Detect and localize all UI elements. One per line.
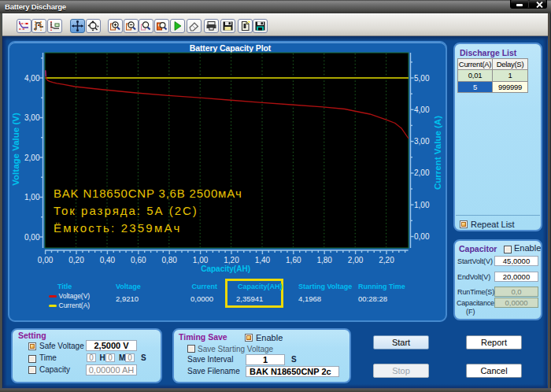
svg-text:0,00: 0,00	[38, 256, 54, 264]
svg-text:0,00: 0,00	[414, 232, 430, 241]
svg-text:3,00: 3,00	[24, 113, 40, 122]
svg-text:1,60: 1,60	[286, 256, 301, 264]
svg-text:1,00: 1,00	[24, 193, 40, 202]
svg-text:2,00: 2,00	[24, 153, 40, 162]
svg-text:5,00: 5,00	[414, 74, 430, 83]
svg-text:4,00: 4,00	[24, 74, 40, 83]
svg-text:Voltage Value (V): Voltage Value (V)	[11, 113, 20, 186]
svg-text:2,00: 2,00	[348, 256, 364, 264]
svg-text:3,00: 3,00	[414, 137, 430, 146]
svg-text:1,80: 1,80	[316, 256, 332, 264]
svg-text:BAK N18650CNP 3,6В 2500мАч: BAK N18650CNP 3,6В 2500мАч	[54, 187, 242, 200]
svg-text:Ток разряда: 5А (2С): Ток разряда: 5А (2С)	[54, 204, 198, 217]
svg-text:0,80: 0,80	[161, 256, 177, 264]
svg-text:0,00: 0,00	[24, 233, 40, 242]
svg-text:Capacity(AH): Capacity(AH)	[201, 264, 250, 273]
svg-text:0,40: 0,40	[100, 256, 116, 264]
svg-text:4,00: 4,00	[414, 105, 430, 114]
svg-text:0,60: 0,60	[131, 256, 146, 264]
svg-text:1,00: 1,00	[193, 256, 209, 264]
svg-text:1,40: 1,40	[255, 256, 271, 264]
svg-text:1,20: 1,20	[224, 256, 239, 264]
svg-text:2,00: 2,00	[414, 168, 430, 177]
svg-text:1,00: 1,00	[414, 201, 430, 209]
svg-text:Current Value (A): Current Value (A)	[433, 116, 442, 190]
svg-text:0,20: 0,20	[68, 256, 84, 264]
svg-text:2,20: 2,20	[379, 256, 394, 264]
svg-text:Ёмкость: 2359мАч: Ёмкость: 2359мАч	[54, 221, 182, 235]
